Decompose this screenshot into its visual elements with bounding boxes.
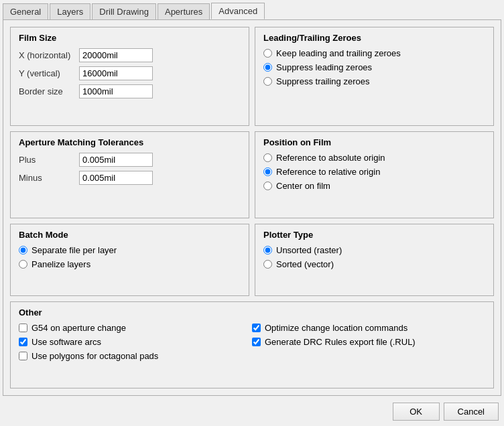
leading-trailing-title: Leading/Trailing Zeroes — [263, 33, 485, 43]
plus-label: Plus — [19, 155, 79, 165]
film-size-section: Film Size X (horizontal) Y (vertical) Bo… — [10, 27, 249, 126]
bm-radio-label-0: Separate file per layer — [32, 245, 117, 255]
other-checkbox-left-1[interactable] — [19, 338, 27, 346]
position-on-film-title: Position on Film — [263, 137, 485, 147]
tab-apertures[interactable]: Apertures — [158, 3, 210, 19]
tab-layers[interactable]: Layers — [50, 3, 90, 19]
other-title: Other — [19, 307, 485, 317]
bm-radio-input-1[interactable] — [19, 260, 27, 269]
lt-radio-2: Suppress trailing zeroes — [263, 76, 485, 86]
bm-radio-0: Separate file per layer — [19, 245, 241, 255]
plotter-type-title: Plotter Type — [263, 230, 485, 240]
pt-radio-input-0[interactable] — [263, 246, 272, 255]
lt-radio-label-1: Suppress leading zeroes — [276, 62, 372, 72]
lt-radio-0: Keep leading and trailing zeroes — [263, 48, 485, 58]
other-check-left-2: Use polygons for octagonal pads — [19, 351, 252, 361]
pt-radio-label-0: Unsorted (raster) — [276, 245, 342, 255]
other-checkbox-left-0[interactable] — [19, 324, 27, 332]
border-field-row: Border size — [19, 84, 241, 98]
bm-radio-label-1: Panelize layers — [32, 259, 90, 269]
border-label: Border size — [19, 86, 79, 96]
other-right-col: Optimize change location commands Genera… — [252, 323, 485, 365]
other-check-right-1: Generate DRC Rules export file (.RUL) — [252, 337, 485, 347]
lt-radio-input-1[interactable] — [263, 63, 272, 72]
other-check-left-1: Use software arcs — [19, 337, 252, 347]
x-label: X (horizontal) — [19, 50, 79, 60]
dialog: General Layers Drill Drawing Apertures A… — [0, 0, 504, 426]
aperture-matching-section: Aperture Matching Tolerances Plus Minus — [10, 131, 249, 218]
tab-drill-drawing[interactable]: Drill Drawing — [92, 3, 156, 19]
other-check-label-right-0: Optimize change location commands — [265, 323, 407, 333]
leading-trailing-section: Leading/Trailing Zeroes Keep leading and… — [255, 27, 494, 126]
pof-radio-label-2: Center on film — [276, 181, 330, 191]
pof-radio-1: Reference to relative origin — [263, 167, 485, 177]
other-checkbox-right-0[interactable] — [252, 324, 261, 332]
lt-radio-input-0[interactable] — [263, 49, 272, 58]
minus-input[interactable] — [79, 171, 153, 185]
pof-radio-label-1: Reference to relative origin — [276, 167, 380, 177]
y-field-row: Y (vertical) — [19, 66, 241, 80]
x-field-row: X (horizontal) — [19, 48, 241, 62]
lt-radio-1: Suppress leading zeroes — [263, 62, 485, 72]
pt-radio-label-1: Sorted (vector) — [276, 259, 334, 269]
main-content: Film Size X (horizontal) Y (vertical) Bo… — [3, 19, 501, 396]
pof-radio-input-1[interactable] — [263, 167, 272, 176]
plotter-type-section: Plotter Type Unsorted (raster) Sorted (v… — [255, 224, 494, 297]
lt-radio-label-2: Suppress trailing zeroes — [276, 76, 369, 86]
pt-radio-1: Sorted (vector) — [263, 259, 485, 269]
x-input[interactable] — [79, 48, 153, 62]
pof-radio-input-2[interactable] — [263, 182, 272, 190]
other-left-col: G54 on aperture change Use software arcs… — [19, 323, 252, 365]
tab-advanced[interactable]: Advanced — [211, 3, 265, 19]
y-label: Y (vertical) — [19, 68, 79, 78]
lt-radio-label-0: Keep leading and trailing zeroes — [276, 48, 401, 58]
cancel-button[interactable]: Cancel — [444, 403, 499, 421]
minus-field-row: Minus — [19, 171, 241, 185]
other-checkbox-right-1[interactable] — [252, 338, 261, 346]
plus-field-row: Plus — [19, 153, 241, 167]
batch-mode-title: Batch Mode — [19, 230, 241, 240]
other-check-label-left-2: Use polygons for octagonal pads — [32, 351, 158, 361]
other-check-right-0: Optimize change location commands — [252, 323, 485, 333]
other-section: Other G54 on aperture change Use softwar… — [10, 301, 494, 388]
y-input[interactable] — [79, 66, 153, 80]
bm-radio-1: Panelize layers — [19, 259, 241, 269]
film-size-title: Film Size — [19, 33, 241, 43]
border-input[interactable] — [79, 84, 153, 98]
pt-radio-input-1[interactable] — [263, 260, 272, 269]
other-check-left-0: G54 on aperture change — [19, 323, 252, 333]
aperture-matching-title: Aperture Matching Tolerances — [19, 137, 241, 147]
other-checkbox-left-2[interactable] — [19, 352, 27, 360]
batch-mode-section: Batch Mode Separate file per layer Panel… — [10, 224, 249, 297]
button-bar: OK Cancel — [0, 399, 504, 426]
pof-radio-input-0[interactable] — [263, 153, 272, 162]
minus-label: Minus — [19, 173, 79, 183]
position-on-film-section: Position on Film Reference to absolute o… — [255, 131, 494, 218]
other-grid: G54 on aperture change Use software arcs… — [19, 323, 485, 365]
ok-button[interactable]: OK — [393, 403, 440, 421]
other-check-label-right-1: Generate DRC Rules export file (.RUL) — [265, 337, 416, 347]
pof-radio-0: Reference to absolute origin — [263, 153, 485, 163]
bm-radio-input-0[interactable] — [19, 246, 27, 255]
lt-radio-input-2[interactable] — [263, 77, 272, 86]
pt-radio-0: Unsorted (raster) — [263, 245, 485, 255]
pof-radio-label-0: Reference to absolute origin — [276, 153, 385, 163]
plus-input[interactable] — [79, 153, 153, 167]
tab-general[interactable]: General — [3, 3, 48, 19]
other-check-label-left-0: G54 on aperture change — [32, 323, 126, 333]
pof-radio-2: Center on film — [263, 181, 485, 191]
tab-bar: General Layers Drill Drawing Apertures A… — [0, 0, 504, 19]
other-check-label-left-1: Use software arcs — [32, 337, 101, 347]
